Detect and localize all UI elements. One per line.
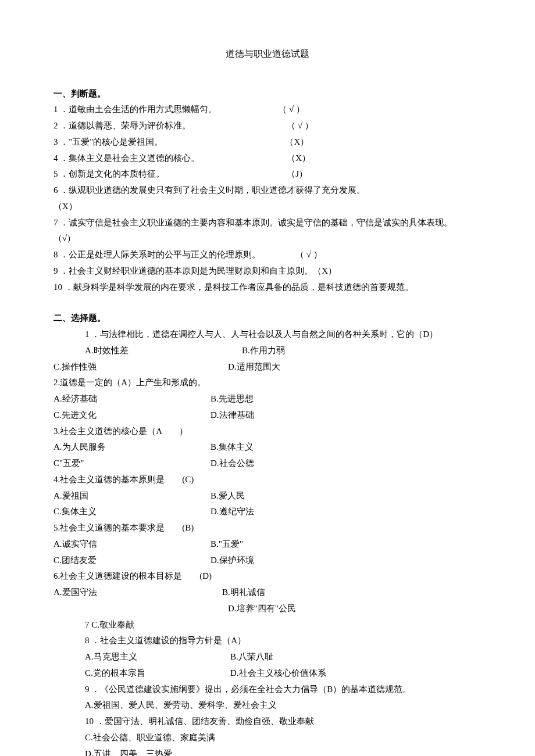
q4-stem: 4.社会主义道德的基本原则是 (C) xyxy=(54,472,482,488)
q1-option-c: C.操作性强 xyxy=(54,359,228,375)
q4-option-b: B.爱人民 xyxy=(211,488,245,504)
q3-options-row1: A.为人民服务 B.集体主义 xyxy=(54,439,482,456)
q4-option-d: D.遵纪守法 xyxy=(211,504,254,520)
q9-option-b: 10 ．爱国守法、明礼诚信、团结友善、勤俭自强、敬业奉献 xyxy=(54,714,482,730)
judge-item-10: 10 ．献身科学是科学发展的内在要求，是科技工作者应具备的品质，是科技道德的首要… xyxy=(54,280,482,296)
q6-option-b: B.明礼诚信 xyxy=(222,585,265,601)
q9-option-c: C.社会公德、职业道德、家庭美满 xyxy=(54,730,482,746)
q6-option-c: 7 C.敬业奉献 xyxy=(54,617,482,633)
q9-option-d: D.五讲、四美、三热爱 xyxy=(54,746,482,756)
judge-item-3: 3 ．"五爱"的核心是爱祖国。 （X） xyxy=(54,134,482,151)
judge-item-9: 9 ．社会主义财经职业道德的基本原则是为民理财原则和自主原则。（X） xyxy=(54,263,482,280)
q2-options-row1: A.经济基础 B.先进思想 xyxy=(54,391,482,407)
q1-option-a: A.时效性差 xyxy=(85,343,242,359)
q1-option-b: B.作用力弱 xyxy=(242,343,285,359)
q1-options-row1: A.时效性差 B.作用力弱 xyxy=(54,343,482,359)
q5-option-c: C.团结友爱 xyxy=(54,553,211,569)
q4-options-row2: C.集体主义 D.遵纪守法 xyxy=(54,504,482,520)
q6-options-row1: A.爱国守法 B.明礼诚信 xyxy=(54,585,482,601)
q2-option-c: C.先进文化 xyxy=(54,407,211,424)
q6-option-d: D.培养"四有"公民 xyxy=(54,601,482,617)
judge-item-8: 8 ．公正是处理人际关系时的公平与正义的伦理原则。 （ √ ） xyxy=(54,247,482,263)
q4-option-a: A.爱祖国 xyxy=(54,488,211,504)
q3-options-row2: C"五爱" D.社会公德 xyxy=(54,456,482,472)
q5-stem: 5.社会主义道德的基本要求是 (B) xyxy=(54,520,482,536)
q1-stem: 1 ．与法律相比，道德在调控人与人、人与社会以及人与自然之间的各种关系时，它的（… xyxy=(54,327,482,343)
q2-option-d: D.法律基础 xyxy=(211,407,254,424)
judge-item-7-answer: （√） xyxy=(54,231,482,247)
q8-option-a: A.马克思主义 xyxy=(85,649,230,665)
q2-options-row2: C.先进文化 D.法律基础 xyxy=(54,407,482,424)
q8-stem: 8 ．社会主义道德建设的指导方针是（A） xyxy=(54,633,482,649)
q1-options-row2: C.操作性强 D.适用范围大 xyxy=(54,359,482,375)
q6-stem: 6.社会主义道德建设的根本目标是 (D) xyxy=(54,568,482,585)
judge-item-6-answer: （X） xyxy=(54,199,482,215)
judge-item-4: 4 ．集体主义是社会主义道德的核心。 （X） xyxy=(54,151,482,167)
section2-heading: 二、选择题。 xyxy=(54,310,482,327)
q2-option-b: B.先进思想 xyxy=(211,391,254,407)
q6-option-a: A.爱国守法 xyxy=(54,585,222,601)
judge-item-6: 6 ．纵观职业道德的发展史只有到了社会主义时期，职业道德才获得了充分发展。 xyxy=(54,182,482,199)
q5-options-row1: A.诚实守信 B."五爱" xyxy=(54,536,482,553)
q5-options-row2: C.团结友爱 D.保护环境 xyxy=(54,553,482,569)
q4-options-row1: A.爱祖国 B.爱人民 xyxy=(54,488,482,504)
q8-option-d: D.社会主义核心价值体系 xyxy=(230,665,326,682)
q9-option-a: A.爱祖国、爱人民、爱劳动、爱科学、爱社会主义 xyxy=(54,697,482,714)
judge-item-1: 1 ．道敏由土会生活的作用方式思懒幅匀。 （ √ ） xyxy=(54,102,482,118)
q8-option-c: C.党的根本宗旨 xyxy=(85,665,230,682)
section1-heading: 一、判断题。 xyxy=(54,86,482,102)
q3-option-b: B.集体主义 xyxy=(211,439,254,456)
judge-item-7: 7 ．诚实守信是社会主义职业道德的主要内容和基本原则。诚实是守信的基础，守信是诚… xyxy=(54,215,482,231)
q1-option-d: D.适用范围大 xyxy=(228,359,280,375)
q9-stem: 9 ．《公民道德建设实施纲要》提出，必须在全社会大力倡导（B）的基本道德规范。 xyxy=(54,682,482,698)
q2-stem: 2.道德是一定的（A）上产生和形成的。 xyxy=(54,375,482,391)
q8-options-row1: A.马克思主义 B.八荣八耻 xyxy=(54,649,482,665)
q8-options-row2: C.党的根本宗旨 D.社会主义核心价值体系 xyxy=(54,665,482,682)
q5-option-d: D.保护环境 xyxy=(211,553,254,569)
q4-option-c: C.集体主义 xyxy=(54,504,211,520)
q3-option-a: A.为人民服务 xyxy=(54,439,211,456)
q8-option-b: B.八荣八耻 xyxy=(230,649,273,665)
q5-option-b: B."五爱" xyxy=(211,536,243,553)
judge-item-5: 5 ．创新是文化的本质特征。 （J） xyxy=(54,166,482,182)
q5-option-a: A.诚实守信 xyxy=(54,536,211,553)
q3-stem: 3.社会主义道德的核心是（A ） xyxy=(54,424,482,440)
q3-option-d: D.社会公德 xyxy=(211,456,254,472)
document-title: 道德与职业道德试题 xyxy=(54,45,482,63)
judge-item-2: 2 ．道德以善恶、荣辱为评价标准。 （ √ ） xyxy=(54,118,482,134)
q3-option-c: C"五爱" xyxy=(54,456,211,472)
q2-option-a: A.经济基础 xyxy=(54,391,211,407)
